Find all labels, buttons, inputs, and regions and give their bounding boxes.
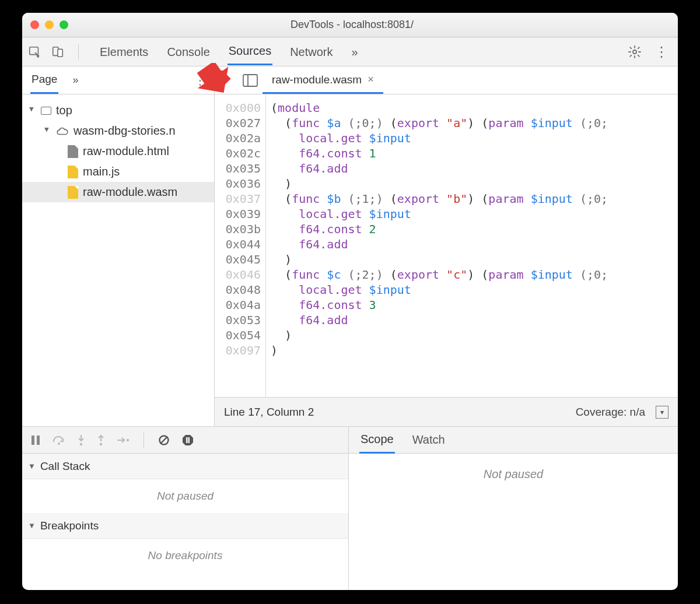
svg-rect-2 [58, 49, 62, 57]
scope-body: Not paused [349, 454, 678, 590]
tab-network[interactable]: Network [289, 40, 334, 65]
inspect-element-icon[interactable] [28, 45, 41, 58]
step-into-icon[interactable] [77, 434, 85, 446]
device-toolbar-icon[interactable] [51, 45, 64, 58]
pause-icon[interactable] [30, 435, 41, 445]
svg-marker-16 [183, 435, 193, 445]
callstack-body: Not paused [22, 479, 348, 513]
panel-tabs-overflow[interactable]: » [351, 40, 359, 65]
svg-rect-6 [243, 75, 257, 86]
debugger-right: Scope Watch Not paused [349, 427, 678, 590]
zoom-window-button[interactable] [60, 20, 68, 29]
tree-file-row[interactable]: raw-module.html [22, 141, 214, 161]
step-out-icon[interactable] [97, 434, 105, 446]
svg-rect-9 [37, 436, 40, 445]
svg-point-3 [633, 50, 636, 54]
svg-point-11 [80, 443, 82, 445]
tab-watch[interactable]: Watch [411, 427, 446, 452]
window-title: DevTools - localhost:8081/ [74, 19, 630, 31]
tab-elements[interactable]: Elements [99, 40, 149, 65]
gutter[interactable]: 0x0000x0270x02a0x02c0x0350x0360x0370x039… [215, 94, 266, 397]
window-controls [30, 20, 68, 29]
sources-panel: Page » ⋮ top wasm-dbg-stories.n [22, 66, 678, 427]
toolbar-separator [144, 433, 144, 448]
code-editor[interactable]: 0x0000x0270x02a0x02c0x0350x0360x0370x039… [215, 94, 678, 397]
toolbar-separator [78, 44, 79, 59]
tree-file-label: main.js [83, 165, 120, 178]
close-window-button[interactable] [30, 20, 39, 29]
deactivate-breakpoints-icon[interactable] [158, 434, 170, 446]
cursor-position: Line 17, Column 2 [224, 406, 314, 419]
debugger-left: ▼ Call Stack Not paused ▼ Breakpoints No… [22, 427, 349, 590]
breakpoints-header[interactable]: ▼ Breakpoints [22, 513, 348, 539]
file-icon [68, 166, 78, 178]
navigator-tabs: Page » ⋮ [22, 66, 214, 94]
editor-tab-title: raw-module.wasm [272, 73, 362, 86]
svg-rect-18 [188, 437, 190, 443]
svg-rect-0 [30, 47, 38, 55]
file-icon [68, 145, 78, 158]
navigator-tab-page[interactable]: Page [30, 66, 58, 94]
cloud-icon [56, 127, 69, 136]
editor-tabs: raw-module.wasm × [215, 66, 678, 94]
tree-file-label: raw-module.html [83, 145, 169, 158]
svg-point-10 [58, 443, 60, 445]
disclosure-triangle-icon[interactable] [28, 104, 36, 117]
step-over-icon[interactable] [52, 435, 65, 445]
debugger-toolbar [22, 427, 348, 454]
tab-sources[interactable]: Sources [228, 38, 272, 65]
statusbar-caret-icon[interactable]: ▾ [656, 406, 668, 419]
disclosure-triangle-icon[interactable]: ▼ [28, 521, 36, 530]
disclosure-triangle-icon[interactable] [43, 124, 51, 138]
panel-tabs: Elements Console Sources Network » [99, 38, 617, 65]
annotation-arrow-icon [194, 63, 235, 104]
svg-rect-8 [32, 436, 34, 445]
tree-file-row[interactable]: raw-module.wasm [22, 182, 214, 202]
svg-rect-17 [186, 437, 188, 443]
tree-domain-label: wasm-dbg-stories.n [74, 124, 176, 138]
callstack-title: Call Stack [40, 460, 90, 473]
titlebar: DevTools - localhost:8081/ [22, 13, 678, 37]
editor-pane: raw-module.wasm × 0x0000x0270x02a0x02c0x… [215, 66, 678, 426]
svg-point-12 [100, 443, 102, 445]
debugger-right-tabs: Scope Watch [349, 427, 678, 454]
tab-scope[interactable]: Scope [359, 427, 395, 454]
svg-point-13 [127, 438, 129, 441]
code-content[interactable]: (module (func $a (;0;) (export "a") (par… [266, 94, 678, 397]
breakpoints-title: Breakpoints [40, 519, 99, 532]
close-tab-icon[interactable]: × [368, 73, 374, 86]
step-icon[interactable] [117, 436, 130, 444]
editor-statusbar: Line 17, Column 2 Coverage: n/a ▾ [215, 397, 678, 426]
editor-tab[interactable]: raw-module.wasm × [262, 67, 383, 94]
coverage-status: Coverage: n/a [576, 406, 645, 419]
tree-domain[interactable]: wasm-dbg-stories.n [22, 121, 214, 141]
devtools-window: DevTools - localhost:8081/ Elements Cons… [22, 13, 678, 590]
minimize-window-button[interactable] [45, 20, 54, 29]
tree-file-row[interactable]: main.js [22, 161, 214, 182]
navigator-sidebar: Page » ⋮ top wasm-dbg-stories.n [22, 66, 215, 426]
tree-top-label: top [56, 104, 72, 117]
frame-icon [41, 107, 51, 115]
svg-line-15 [160, 437, 167, 444]
settings-gear-icon[interactable] [628, 45, 642, 59]
tab-console[interactable]: Console [166, 40, 211, 65]
callstack-header[interactable]: ▼ Call Stack [22, 454, 348, 479]
tree-file-label: raw-module.wasm [83, 185, 177, 199]
navigator-tabs-overflow[interactable]: » [72, 74, 78, 86]
main-toolbar: Elements Console Sources Network » ⋮ [22, 37, 678, 66]
file-tree: top wasm-dbg-stories.n raw-module.html m… [22, 94, 214, 208]
debugger-panel: ▼ Call Stack Not paused ▼ Breakpoints No… [22, 427, 678, 590]
file-icon [68, 186, 78, 199]
disclosure-triangle-icon[interactable]: ▼ [28, 462, 36, 470]
pause-on-exceptions-icon[interactable] [181, 434, 194, 447]
tree-top-frame[interactable]: top [22, 100, 214, 121]
toggle-navigator-icon[interactable] [238, 66, 262, 94]
svg-marker-5 [194, 63, 235, 103]
breakpoints-body: No breakpoints [22, 539, 348, 573]
